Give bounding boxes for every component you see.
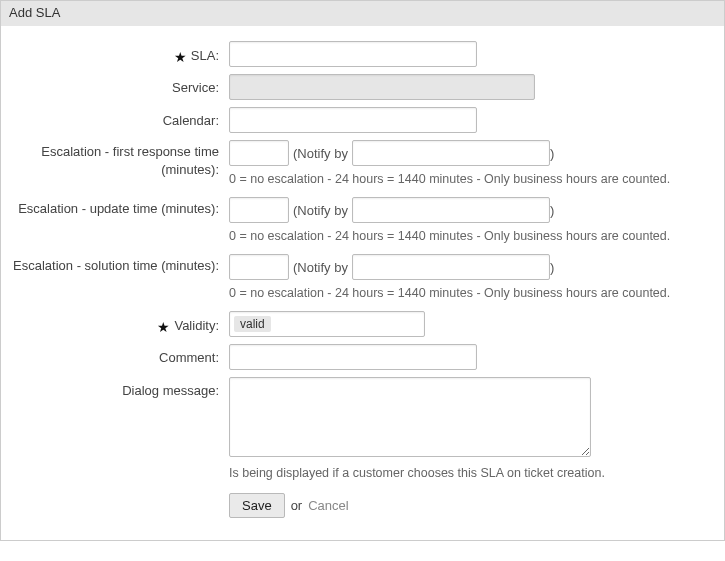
label-sla-text: SLA: xyxy=(191,48,219,63)
row-esc-first: Escalation - first response time (minute… xyxy=(11,139,714,186)
notify-close-paren: ) xyxy=(550,146,554,161)
row-calendar: Calendar: xyxy=(11,106,714,133)
service-input[interactable] xyxy=(229,74,535,100)
esc-update-minutes-input[interactable] xyxy=(229,197,289,223)
row-service: Service: xyxy=(11,73,714,100)
esc-solution-help: 0 = no escalation - 24 hours = 1440 minu… xyxy=(229,286,714,300)
esc-update-notify-input[interactable] xyxy=(352,197,550,223)
label-calendar: Calendar: xyxy=(11,106,229,130)
label-sla: ★SLA: xyxy=(11,40,229,65)
esc-first-help: 0 = no escalation - 24 hours = 1440 minu… xyxy=(229,172,714,186)
row-dialog-message: Dialog message: Is being displayed if a … xyxy=(11,376,714,480)
add-sla-panel: Add SLA ★SLA: Service: Calendar: xyxy=(0,0,725,541)
cancel-link[interactable]: Cancel xyxy=(308,498,348,513)
label-validity: ★Validity: xyxy=(11,310,229,335)
or-text: or xyxy=(291,498,303,513)
required-icon: ★ xyxy=(157,318,170,337)
comment-input[interactable] xyxy=(229,344,477,370)
notify-close-paren: ) xyxy=(550,203,554,218)
panel-title: Add SLA xyxy=(1,1,724,26)
notify-label: Notify by xyxy=(297,146,348,161)
row-validity: ★Validity: valid xyxy=(11,310,714,337)
esc-update-help: 0 = no escalation - 24 hours = 1440 minu… xyxy=(229,229,714,243)
dialog-message-textarea[interactable] xyxy=(229,377,591,457)
notify-label: Notify by xyxy=(297,260,348,275)
validity-selected-value: valid xyxy=(234,316,271,332)
save-button[interactable]: Save xyxy=(229,493,285,518)
row-actions: Save or Cancel xyxy=(11,486,714,518)
calendar-input[interactable] xyxy=(229,107,477,133)
label-service: Service: xyxy=(11,73,229,97)
label-esc-solution: Escalation - solution time (minutes): xyxy=(11,253,229,275)
esc-first-minutes-input[interactable] xyxy=(229,140,289,166)
notify-close-paren: ) xyxy=(550,260,554,275)
form-area: ★SLA: Service: Calendar: Escalation - fi… xyxy=(1,26,724,540)
sla-input[interactable] xyxy=(229,41,477,67)
row-comment: Comment: xyxy=(11,343,714,370)
label-comment: Comment: xyxy=(11,343,229,367)
row-sla: ★SLA: xyxy=(11,40,714,67)
label-esc-update: Escalation - update time (minutes): xyxy=(11,196,229,218)
dialog-message-help: Is being displayed if a customer chooses… xyxy=(229,466,714,480)
esc-first-notify-input[interactable] xyxy=(352,140,550,166)
required-icon: ★ xyxy=(174,48,187,67)
notify-label: Notify by xyxy=(297,203,348,218)
esc-solution-minutes-input[interactable] xyxy=(229,254,289,280)
label-dialog-message: Dialog message: xyxy=(11,376,229,400)
label-validity-text: Validity: xyxy=(174,318,219,333)
label-esc-first: Escalation - first response time (minute… xyxy=(11,139,229,178)
esc-solution-notify-input[interactable] xyxy=(352,254,550,280)
row-esc-update: Escalation - update time (minutes): ( No… xyxy=(11,196,714,243)
validity-select[interactable]: valid xyxy=(229,311,425,337)
row-esc-solution: Escalation - solution time (minutes): ( … xyxy=(11,253,714,300)
